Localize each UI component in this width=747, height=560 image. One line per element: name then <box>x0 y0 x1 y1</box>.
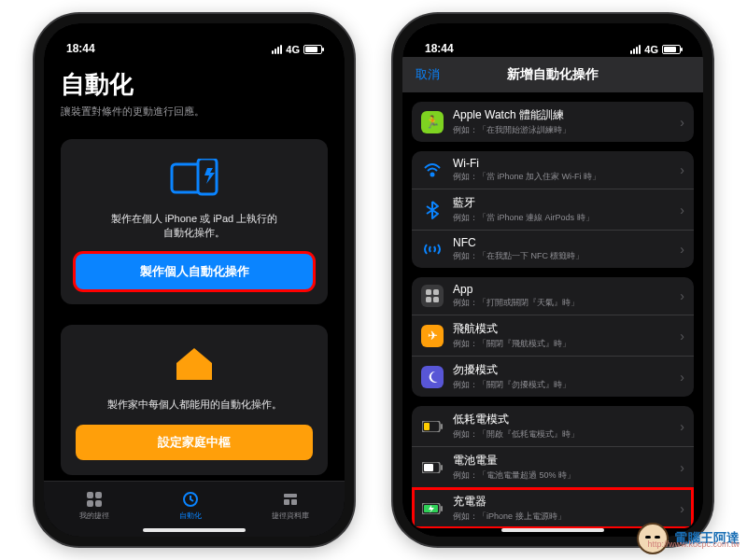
chevron-right-icon: › <box>680 242 684 257</box>
svg-rect-19 <box>424 464 433 471</box>
automation-icon <box>181 490 200 509</box>
page-subtitle: 讓裝置對條件的更動進行回應。 <box>61 105 328 119</box>
cancel-button[interactable]: 取消 <box>416 66 440 83</box>
gallery-icon <box>281 490 300 509</box>
trigger-low-power-mode[interactable]: 低耗電模式 例如：「開啟『低耗電模式』時」 › <box>412 406 694 446</box>
card1-desc-line2: 自動化操作。 <box>76 226 313 240</box>
device-icon <box>166 156 222 203</box>
running-icon: 🏃 <box>421 111 444 133</box>
tab-automation[interactable]: 自動化 <box>179 490 202 521</box>
create-personal-automation-button[interactable]: 製作個人自動化操作 <box>76 254 313 289</box>
status-time: 18:44 <box>425 42 454 55</box>
svg-rect-13 <box>426 297 431 302</box>
tab-gallery[interactable]: 捷徑資料庫 <box>272 490 309 521</box>
trigger-nfc[interactable]: NFC 例如：「在我點一下 NFC 標籤時」 › <box>412 230 694 268</box>
nav-title: 新增自動化操作 <box>507 66 599 83</box>
nfc-icon <box>421 238 444 260</box>
trigger-do-not-disturb[interactable]: 勿擾模式 例如：「關閉『勿擾模式』時」 › <box>412 356 694 397</box>
home-indicator <box>501 528 604 532</box>
tab-label: 捷徑資料庫 <box>272 511 309 521</box>
svg-rect-16 <box>424 423 430 430</box>
battery-level-icon <box>421 456 444 479</box>
page-title: 自動化 <box>61 68 328 101</box>
trigger-apple-watch-workout[interactable]: 🏃 Apple Watch 體能訓練 例如：「在我開始游泳訓練時」 › <box>412 102 694 142</box>
mascot-icon <box>637 523 669 554</box>
app-icon <box>421 285 444 307</box>
trigger-wifi[interactable]: Wi-Fi 例如：「當 iPhone 加入住家 Wi-Fi 時」 › <box>412 151 694 189</box>
grid-icon <box>85 490 104 509</box>
chevron-right-icon: › <box>680 203 684 217</box>
trigger-airplane-mode[interactable]: ✈ 飛航模式 例如：「關閉『飛航模式』時」 › <box>412 315 694 356</box>
tab-my-shortcuts[interactable]: 我的捷徑 <box>79 490 109 521</box>
chevron-right-icon: › <box>680 419 684 434</box>
personal-automation-card: 製作在個人 iPhone 或 iPad 上執行的 自動化操作。 製作個人自動化操… <box>61 139 328 304</box>
svg-rect-11 <box>426 289 431 295</box>
notch <box>124 23 264 44</box>
svg-rect-9 <box>291 499 297 505</box>
phone-right: 18:44 4G 取消 新增自動化操作 🏃 Apple Watch 體能訓練 <box>393 14 712 546</box>
airplane-icon: ✈ <box>421 325 444 347</box>
svg-rect-23 <box>441 506 443 511</box>
svg-rect-2 <box>87 492 93 498</box>
wifi-icon <box>421 159 444 181</box>
low-power-icon <box>421 415 444 438</box>
chevron-right-icon: › <box>680 329 684 343</box>
status-time: 18:44 <box>66 42 95 55</box>
card2-desc: 製作家中每個人都能用的自動化操作。 <box>76 398 313 412</box>
chevron-right-icon: › <box>680 370 684 385</box>
svg-rect-8 <box>284 499 289 505</box>
trigger-list[interactable]: 🏃 Apple Watch 體能訓練 例如：「在我開始游泳訓練時」 › <box>402 92 703 537</box>
svg-rect-5 <box>95 500 102 507</box>
trigger-app[interactable]: App 例如：「打開或關閉『天氣』時」 › <box>412 277 694 315</box>
svg-rect-20 <box>441 465 443 470</box>
svg-rect-1 <box>198 159 217 194</box>
chevron-right-icon: › <box>680 288 684 303</box>
chevron-right-icon: › <box>680 115 684 130</box>
svg-point-10 <box>431 174 434 176</box>
phone-left: 18:44 4G 自動化 讓裝置對條件的更動進行回應。 <box>35 14 354 546</box>
signal-icon <box>272 45 282 54</box>
chevron-right-icon: › <box>680 162 684 177</box>
svg-rect-3 <box>95 492 102 498</box>
charger-icon <box>421 497 444 520</box>
svg-rect-4 <box>87 500 93 507</box>
signal-icon <box>630 45 641 54</box>
svg-rect-12 <box>433 289 439 295</box>
moon-icon <box>421 366 444 388</box>
bluetooth-icon <box>421 199 444 221</box>
nav-bar: 取消 新增自動化操作 <box>402 57 703 92</box>
card1-desc-line1: 製作在個人 iPhone 或 iPad 上執行的 <box>76 212 313 226</box>
carrier-label: 4G <box>286 44 300 55</box>
svg-rect-14 <box>433 297 439 302</box>
chevron-right-icon: › <box>680 501 684 516</box>
watermark-url: http://www.kocpc.com.tw <box>647 539 740 549</box>
battery-icon <box>303 45 322 54</box>
trigger-bluetooth[interactable]: 藍牙 例如：「當 iPhone 連線 AirPods 時」 › <box>412 189 694 230</box>
home-indicator <box>143 528 246 532</box>
watermark: 電腦王阿達 http://www.kocpc.com.tw <box>637 523 740 554</box>
chevron-right-icon: › <box>680 460 684 475</box>
svg-rect-17 <box>441 424 443 429</box>
home-icon <box>166 342 222 388</box>
svg-rect-7 <box>284 494 297 497</box>
trigger-battery-level[interactable]: 電池電量 例如：「電池電量超過 50% 時」 › <box>412 446 694 487</box>
battery-icon <box>662 45 681 54</box>
tab-label: 自動化 <box>179 511 202 521</box>
home-automation-card: 製作家中每個人都能用的自動化操作。 設定家庭中樞 <box>61 325 328 475</box>
notch <box>483 23 623 44</box>
tab-label: 我的捷徑 <box>79 511 109 521</box>
carrier-label: 4G <box>644 44 658 55</box>
setup-home-hub-button[interactable]: 設定家庭中樞 <box>76 425 313 460</box>
